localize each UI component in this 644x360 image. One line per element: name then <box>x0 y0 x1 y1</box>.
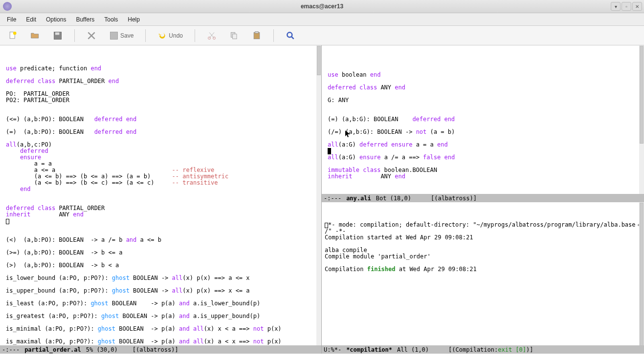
search-icon <box>286 31 295 41</box>
open-file-button[interactable] <box>27 29 43 42</box>
svg-rect-4 <box>111 32 118 39</box>
modeline-status: U:%*- <box>324 346 341 353</box>
new-file-button[interactable] <box>5 29 21 42</box>
left-pane: use predicate; function end deferred cla… <box>0 45 322 354</box>
clipboard-icon <box>252 31 262 41</box>
compilation-modeline[interactable]: U:%*- *compilation* All (1,0) [(Compilat… <box>322 345 644 354</box>
menu-help[interactable]: Help <box>123 14 145 25</box>
close-button[interactable]: ✕ <box>632 2 642 11</box>
scrollbar[interactable] <box>639 202 644 345</box>
right-top-modeline[interactable]: -:--- any.ali Bot (18,0) [(albatross)] <box>322 194 644 202</box>
copy-icon <box>229 31 239 41</box>
modeline-position: 5% (30,0) <box>86 346 118 353</box>
toolbar: Save Undo <box>0 26 644 45</box>
right-pane: use boolean end deferred class ANY end G… <box>322 45 644 354</box>
modeline-mode-prefix: [(Compilation: <box>448 346 498 353</box>
app-icon <box>3 2 12 11</box>
save-disk-button[interactable] <box>50 29 66 42</box>
modeline-exit-code: exit [0] <box>498 346 526 353</box>
save-disk-icon <box>53 31 63 41</box>
titlebar: emacs@acer13 ▾ ▫ ✕ <box>0 0 644 13</box>
maximize-button[interactable]: ▫ <box>622 2 631 11</box>
menu-options[interactable]: Options <box>41 14 71 25</box>
modeline-filename: *compilation* <box>346 346 392 353</box>
toolbar-separator <box>145 29 146 42</box>
svg-rect-3 <box>55 32 59 35</box>
menu-edit[interactable]: Edit <box>21 14 41 25</box>
menu-buffers[interactable]: Buffers <box>71 14 99 25</box>
undo-button[interactable]: Undo <box>155 29 186 42</box>
minibuffer[interactable] <box>0 354 644 360</box>
scrollbar[interactable] <box>316 45 321 345</box>
undo-label: Undo <box>169 32 183 39</box>
svg-rect-10 <box>255 31 259 33</box>
toolbar-separator <box>273 29 274 42</box>
modeline-mode: [(albatross)] <box>431 195 477 202</box>
menu-tools[interactable]: Tools <box>99 14 123 25</box>
svg-rect-8 <box>233 34 237 39</box>
menu-file[interactable]: File <box>2 14 21 25</box>
paste-button[interactable] <box>249 29 265 42</box>
toolbar-separator <box>74 29 75 42</box>
search-button[interactable] <box>283 29 298 42</box>
modeline-mode: [(albatross)] <box>133 346 178 353</box>
x-icon <box>87 31 96 41</box>
cut-button[interactable] <box>204 29 220 42</box>
left-modeline[interactable]: -:--- partial_order.al 5% (30,0) [(albat… <box>0 345 321 354</box>
window-controls: ▾ ▫ ✕ <box>611 2 642 11</box>
left-code-buffer[interactable]: use predicate; function end deferred cla… <box>0 45 321 345</box>
open-folder-icon <box>30 31 40 41</box>
modeline-mode-suffix: )] <box>526 346 533 353</box>
modeline-position: All (1,0) <box>397 346 429 353</box>
save-button[interactable]: Save <box>106 29 136 42</box>
minimize-button[interactable]: ▾ <box>611 2 621 11</box>
modeline-status: -:--- <box>324 195 341 202</box>
modeline-status: -:--- <box>2 346 20 353</box>
window-title: emacs@acer13 <box>301 3 343 10</box>
svg-point-11 <box>287 32 292 37</box>
scrollbar[interactable] <box>639 45 644 194</box>
cancel-button[interactable] <box>84 29 99 42</box>
toolbar-separator <box>195 29 195 42</box>
editor-split: use predicate; function end deferred cla… <box>0 45 644 354</box>
new-file-icon <box>8 31 18 41</box>
modeline-filename: any.ali <box>346 195 371 202</box>
compilation-buffer[interactable]: *- mode: compilation; default-directory:… <box>322 202 644 345</box>
scissors-icon <box>207 31 217 41</box>
copy-button[interactable] <box>226 29 242 42</box>
menubar: File Edit Options Buffers Tools Help <box>0 13 644 26</box>
save-icon <box>109 31 119 41</box>
save-label: Save <box>120 32 133 39</box>
svg-point-1 <box>13 31 17 35</box>
right-top-code-buffer[interactable]: use boolean end deferred class ANY end G… <box>322 45 644 194</box>
undo-icon <box>157 31 167 41</box>
modeline-position: Bot (18,0) <box>376 195 411 202</box>
modeline-filename: partial_order.al <box>24 346 81 353</box>
